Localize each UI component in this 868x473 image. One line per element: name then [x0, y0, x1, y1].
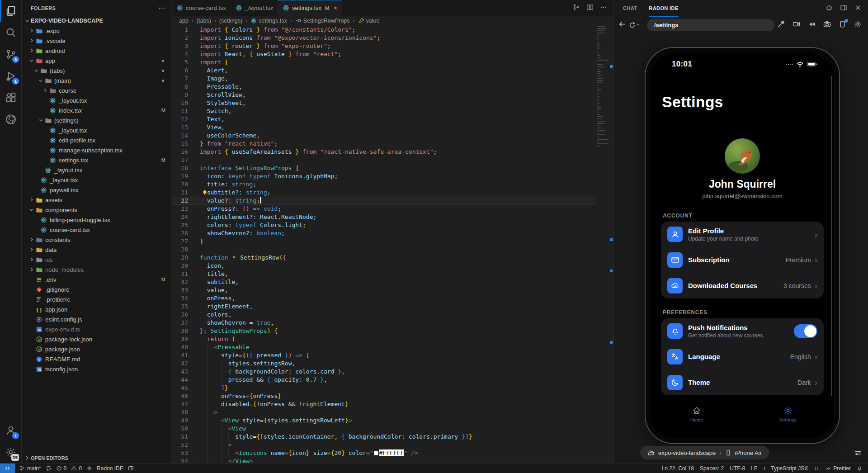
statusbar-radon[interactable] — [86, 465, 92, 471]
settings-row-Subscription[interactable]: SubscriptionPremium› — [661, 247, 824, 273]
minimap[interactable] — [596, 26, 610, 463]
line-number[interactable]: 47 — [172, 400, 200, 408]
line-number[interactable]: 18 — [172, 164, 200, 172]
activity-github[interactable] — [0, 109, 21, 130]
activity-search[interactable] — [0, 22, 21, 43]
statusbar-extension-status[interactable] — [814, 465, 820, 471]
reload-button[interactable] — [629, 22, 641, 28]
action-ellipsis[interactable] — [600, 4, 607, 13]
code-line-21[interactable]: 21 subtitle?: string; — [172, 189, 595, 197]
tree-item-assets[interactable]: assets — [22, 195, 171, 205]
code-line-46[interactable]: 46 onPress={onPress} — [172, 392, 595, 400]
line-number[interactable]: 49 — [172, 416, 200, 425]
breadcrumb-item[interactable]: (settings) — [219, 18, 242, 24]
code-line-42[interactable]: 42 styles.settingsRow, — [172, 359, 595, 368]
activity-accounts[interactable]: 1 — [0, 420, 21, 441]
line-number[interactable]: 14 — [172, 132, 200, 140]
activity-explorer[interactable] — [0, 0, 21, 22]
line-number[interactable]: 26 — [172, 229, 200, 237]
line-number[interactable]: 50 — [172, 425, 200, 433]
code-line-24[interactable]: 24 rightElement?: React.ReactNode; — [172, 213, 595, 221]
code-line-5[interactable]: 5import { — [172, 58, 595, 66]
code-line-34[interactable]: 34 onPress, — [172, 294, 595, 303]
url-bar[interactable]: /settings — [647, 19, 774, 31]
line-number[interactable]: 21 — [172, 189, 200, 197]
statusbar-prettier-status[interactable]: Prettier — [826, 465, 851, 472]
code-line-52[interactable]: 52 > — [172, 441, 595, 449]
tree-item-settings.tsx[interactable]: settings.tsxM — [22, 155, 171, 165]
line-number[interactable]: 33 — [172, 286, 200, 294]
code-line-4[interactable]: 4import React, { useState } from "react"… — [172, 50, 595, 58]
line-number[interactable]: 27 — [172, 237, 200, 246]
tree-item-data[interactable]: data — [22, 245, 171, 255]
tree-item-expo-env.d.ts[interactable]: TSexpo-env.d.ts — [22, 324, 171, 334]
code-line-8[interactable]: 8 Pressable, — [172, 83, 595, 91]
line-number[interactable]: 39 — [172, 335, 200, 343]
line-number[interactable]: 28 — [172, 246, 200, 254]
line-number[interactable]: 54 — [172, 457, 200, 463]
breadcrumb-item[interactable]: settings.tsx — [250, 18, 287, 24]
statusbar-cursor-position[interactable]: Ln 22, Col 18 — [662, 465, 694, 472]
activity-extensions[interactable] — [0, 87, 21, 109]
line-number[interactable]: 10 — [172, 99, 200, 107]
tree-item-course[interactable]: course — [22, 85, 171, 95]
editor-tab-course-card.tsx[interactable]: course-card.tsx — [172, 0, 231, 16]
line-number[interactable]: 2 — [172, 34, 200, 42]
line-number[interactable]: 51 — [172, 433, 200, 441]
line-number[interactable]: 7 — [172, 75, 200, 83]
code-line-14[interactable]: 14 useColorScheme, — [172, 132, 595, 140]
line-number[interactable]: 32 — [172, 278, 200, 286]
code-line-17[interactable]: 17 — [172, 156, 595, 164]
line-number[interactable]: 15 — [172, 140, 200, 148]
editor-tab-_layout.tsx[interactable]: _layout.tsx — [231, 0, 278, 16]
code-line-50[interactable]: 50 <View — [172, 425, 595, 433]
line-number[interactable]: 23 — [172, 205, 200, 213]
statusbar-notifications[interactable] — [857, 465, 863, 471]
activity-source-control[interactable]: 3 — [0, 43, 21, 65]
back-button[interactable] — [618, 20, 626, 30]
line-number[interactable]: 42 — [172, 359, 200, 368]
statusbar-0[interactable]: 0 — [56, 465, 67, 472]
code-line-40[interactable]: 40 <Pressable — [172, 343, 595, 351]
tree-item-node_modules[interactable]: node_modules — [22, 265, 171, 274]
settings-row-Push Notifications[interactable]: Push NotificationsGet notified about new… — [661, 318, 824, 344]
code-line-13[interactable]: 13 View, — [172, 123, 595, 132]
tree-item-EXPO-VIDEO-LANDSCAPE[interactable]: EXPO-VIDEO-LANDSCAPE — [22, 16, 171, 26]
activity-run-debug[interactable]: 1 — [0, 65, 21, 87]
line-number[interactable]: 46 — [172, 392, 200, 400]
rewind-button[interactable] — [808, 20, 816, 30]
remote-indicator[interactable] — [0, 464, 15, 473]
panel-action-layout[interactable] — [840, 4, 847, 13]
code-line-49[interactable]: 49 <View style={styles.settingsRowLeft}> — [172, 416, 595, 425]
breadcrumb-item[interactable]: value — [358, 18, 380, 24]
line-number[interactable]: 20 — [172, 180, 200, 189]
line-number[interactable]: 30 — [172, 262, 200, 270]
panel-action-power[interactable] — [826, 4, 833, 13]
code-line-10[interactable]: 10 StyleSheet, — [172, 99, 595, 107]
tree-item-constants[interactable]: constants — [22, 235, 171, 245]
code-line-19[interactable]: 19 icon: keyof typeof Ionicons.glyphMap; — [172, 172, 595, 180]
line-number[interactable]: 12 — [172, 115, 200, 123]
tree-item-README.md[interactable]: README.md — [22, 354, 171, 364]
tree-item-tsconfig.json[interactable]: TStsconfig.json — [22, 364, 171, 374]
line-number[interactable]: 16 — [172, 148, 200, 156]
code-line-37[interactable]: 37 showChevron = true, — [172, 319, 595, 327]
code-line-36[interactable]: 36 colors, — [172, 311, 595, 319]
tree-item-.gitignore[interactable]: .gitignore — [22, 284, 171, 294]
line-number[interactable]: 11 — [172, 107, 200, 115]
tree-item-.expo[interactable]: .expo — [22, 26, 171, 36]
line-number[interactable]: 35 — [172, 303, 200, 311]
tree-item-.prettierrc[interactable]: .prettierrc — [22, 294, 171, 304]
devices-button[interactable] — [839, 20, 846, 30]
code-line-18[interactable]: 18interface SettingsRowProps { — [172, 164, 595, 172]
line-number[interactable]: 6 — [172, 66, 200, 75]
line-number[interactable]: 3 — [172, 42, 200, 50]
line-number[interactable]: 40 — [172, 343, 200, 351]
code-line-48[interactable]: 48 > — [172, 408, 595, 416]
action-split2[interactable] — [586, 4, 594, 13]
line-number[interactable]: 34 — [172, 294, 200, 303]
tree-item-eslint.config.js[interactable]: eslint.config.js — [22, 314, 171, 324]
line-number[interactable]: 29 — [172, 254, 200, 262]
tree-item-_layout.tsx[interactable]: _layout.tsx — [22, 95, 171, 105]
code-line-2[interactable]: 2import Ionicons from "@expo/vector-icon… — [172, 34, 595, 42]
